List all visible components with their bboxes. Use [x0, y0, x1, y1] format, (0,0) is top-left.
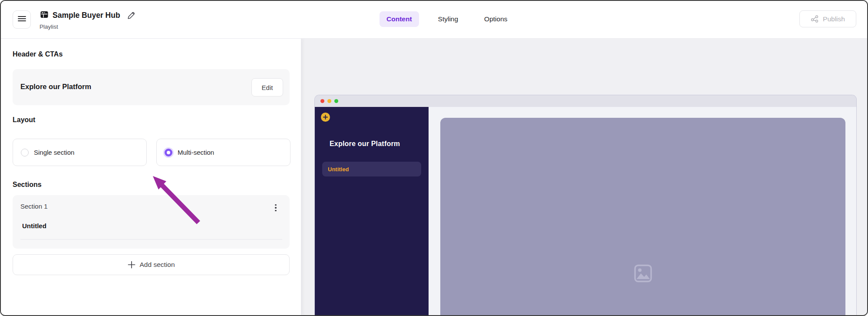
- section-card: Section 1 Untitled: [13, 195, 290, 249]
- section-item-title[interactable]: Untitled: [22, 222, 46, 230]
- app-window: Sample Buyer Hub Playlist Content Stylin…: [0, 0, 868, 316]
- header-ctas-heading: Header & CTAs: [13, 50, 63, 58]
- browser-titlebar: [315, 95, 856, 107]
- preview-sidebar-heading: Explore our Platform: [330, 140, 400, 148]
- tab-content[interactable]: Content: [380, 11, 419, 27]
- header-cta-card: Explore our Platform Edit: [13, 69, 290, 105]
- traffic-light-minimize-icon: [327, 99, 331, 103]
- document-title-row: Sample Buyer Hub: [40, 11, 135, 20]
- hamburger-menu-button[interactable]: [13, 10, 31, 29]
- layout-option-label: Multi-section: [178, 149, 214, 156]
- layout-options: Single section Multi-section: [13, 139, 290, 166]
- cta-title: Explore our Platform: [20, 83, 91, 91]
- sections-heading: Sections: [13, 181, 42, 189]
- share-icon: [811, 15, 819, 23]
- preview-add-icon: [321, 113, 330, 122]
- layout-option-label: Single section: [34, 149, 74, 156]
- traffic-light-expand-icon: [334, 99, 338, 103]
- image-placeholder-icon: [634, 264, 652, 284]
- top-actions: Preview Publish: [799, 10, 856, 27]
- section-kebab-menu-icon[interactable]: [272, 202, 280, 214]
- edit-header-button[interactable]: Edit: [251, 78, 283, 96]
- add-section-label: Add section: [140, 261, 175, 269]
- layout-option-multi-section[interactable]: Multi-section: [156, 139, 290, 166]
- hamburger-icon: [18, 16, 26, 23]
- preview-page-body: Explore our Platform Untitled: [315, 107, 856, 316]
- layout-option-single-section[interactable]: Single section: [13, 139, 147, 166]
- preview-browser-window: Explore our Platform Untitled: [315, 95, 856, 316]
- radio-selected-icon[interactable]: [165, 149, 172, 156]
- editor-tabs: Content Styling Options: [380, 10, 515, 28]
- publish-label: Publish: [823, 15, 845, 23]
- document-type-label: Playlist: [40, 23, 58, 30]
- tab-options[interactable]: Options: [477, 11, 514, 27]
- layout-heading: Layout: [13, 116, 35, 124]
- top-bar: Sample Buyer Hub Playlist Content Stylin…: [1, 1, 867, 39]
- page-title: Sample Buyer Hub: [53, 11, 120, 20]
- tab-styling[interactable]: Styling: [431, 11, 465, 27]
- content-settings-panel: Header & CTAs Explore our Platform Edit …: [1, 39, 301, 315]
- preview-sidebar-item: Untitled: [322, 162, 421, 176]
- preview-sidebar: Explore our Platform Untitled: [315, 107, 429, 316]
- section-name: Section 1: [20, 203, 48, 210]
- traffic-light-close-icon: [320, 99, 324, 103]
- edit-title-icon[interactable]: [127, 11, 135, 20]
- preview-hero-placeholder: [440, 118, 845, 316]
- radio-unselected-icon[interactable]: [21, 149, 29, 156]
- divider: [20, 239, 282, 239]
- plus-icon: [128, 261, 135, 269]
- preview-main-content: [429, 107, 856, 316]
- playlist-doc-icon: [40, 11, 48, 20]
- add-section-button[interactable]: Add section: [13, 254, 290, 275]
- live-preview-area: Explore our Platform Untitled: [301, 39, 867, 315]
- publish-button[interactable]: Publish: [799, 10, 856, 27]
